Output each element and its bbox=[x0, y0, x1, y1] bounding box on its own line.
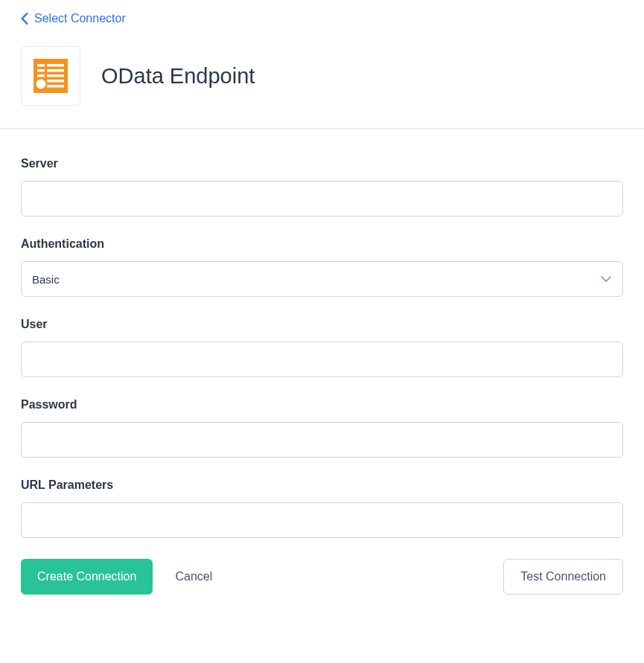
authentication-select[interactable]: Basic bbox=[21, 261, 623, 297]
server-input[interactable] bbox=[21, 181, 623, 217]
svg-rect-3 bbox=[37, 69, 45, 72]
form-group-url-parameters: URL Parameters bbox=[21, 478, 623, 538]
server-label: Server bbox=[21, 157, 623, 170]
page-title: OData Endpoint bbox=[101, 64, 255, 89]
form-group-authentication: Authentication Basic bbox=[21, 237, 623, 297]
svg-rect-2 bbox=[47, 64, 64, 67]
form-group-password: Password bbox=[21, 398, 623, 458]
svg-rect-6 bbox=[47, 74, 64, 77]
authentication-label: Authentication bbox=[21, 237, 623, 251]
url-parameters-input[interactable] bbox=[21, 502, 623, 538]
odata-connector-icon bbox=[34, 59, 68, 93]
authentication-select-wrapper: Basic bbox=[21, 261, 623, 297]
password-label: Password bbox=[21, 398, 623, 411]
form-section: Server Authentication Basic User Passwor… bbox=[0, 129, 644, 615]
user-label: User bbox=[21, 318, 623, 331]
back-link-label: Select Connector bbox=[34, 12, 126, 25]
button-row: Create Connection Cancel Test Connection bbox=[21, 559, 623, 595]
form-group-server: Server bbox=[21, 157, 623, 217]
connector-icon-box bbox=[21, 46, 80, 106]
svg-rect-1 bbox=[37, 64, 45, 67]
test-connection-button[interactable]: Test Connection bbox=[503, 559, 623, 595]
title-row: OData Endpoint bbox=[21, 46, 623, 106]
form-group-user: User bbox=[21, 318, 623, 377]
chevron-left-icon bbox=[21, 13, 28, 25]
back-link[interactable]: Select Connector bbox=[21, 12, 126, 25]
svg-rect-5 bbox=[37, 74, 45, 77]
cancel-button[interactable]: Cancel bbox=[170, 559, 217, 595]
svg-rect-7 bbox=[47, 80, 64, 83]
url-parameters-label: URL Parameters bbox=[21, 478, 623, 492]
svg-rect-8 bbox=[47, 85, 64, 88]
authentication-selected-value: Basic bbox=[32, 273, 60, 286]
svg-point-9 bbox=[36, 80, 46, 89]
header-section: Select Connector OData Endpoint bbox=[0, 0, 644, 128]
svg-rect-4 bbox=[47, 69, 64, 72]
user-input[interactable] bbox=[21, 342, 623, 377]
password-input[interactable] bbox=[21, 422, 623, 458]
create-connection-button[interactable]: Create Connection bbox=[21, 559, 153, 595]
